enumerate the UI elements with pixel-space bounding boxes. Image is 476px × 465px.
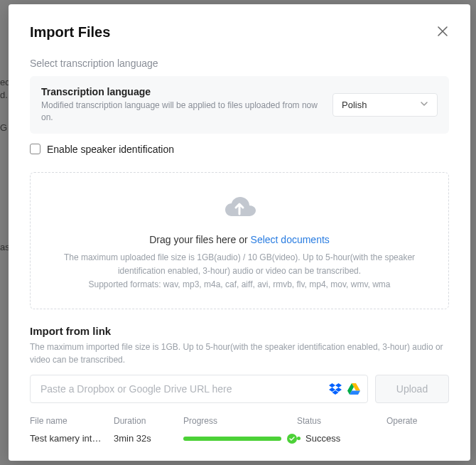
import-from-link-desc: The maximum imported file size is 1GB. U… (30, 341, 449, 366)
language-select-value: Polish (342, 100, 367, 110)
file-dropzone[interactable]: Drag your files here or Select documents… (30, 172, 449, 310)
modal-title: Import Files (30, 24, 110, 41)
dropzone-sub-1: The maximum uploaded file size is 1GB(au… (45, 251, 434, 278)
upload-button[interactable]: Upload (375, 375, 449, 403)
url-input-row: Upload (30, 375, 449, 403)
dropzone-sub-2: Supported formats: wav, mp3, m4a, caf, a… (45, 278, 434, 292)
checkbox-label: Enable speaker identification (47, 144, 174, 155)
table-row: Test kamery int… 3min 32s Success (30, 433, 449, 444)
url-input-container (30, 375, 368, 403)
select-documents-link[interactable]: Select documents (251, 234, 330, 245)
url-input[interactable] (40, 383, 329, 395)
language-card-text: Transcription language Modified transcri… (41, 86, 321, 124)
dropzone-prefix: Drag your files here or (149, 234, 250, 245)
import-from-link-title: Import from link (30, 325, 449, 337)
cell-filename: Test kamery int… (30, 433, 114, 444)
upload-button-label: Upload (396, 383, 428, 395)
files-table: File name Duration Progress Status Opera… (30, 416, 449, 444)
transcription-language-card: Transcription language Modified transcri… (30, 76, 449, 134)
cell-progress (183, 434, 297, 444)
th-duration: Duration (114, 416, 183, 426)
cell-duration: 3min 32s (114, 433, 183, 444)
status-text: Success (305, 433, 340, 444)
cell-status: Success (297, 433, 386, 444)
speaker-identification-checkbox[interactable]: Enable speaker identification (30, 144, 449, 155)
chevron-down-icon (420, 100, 428, 110)
th-filename: File name (30, 416, 114, 426)
th-status: Status (297, 416, 386, 426)
status-dot-icon (297, 437, 301, 440)
checkbox-box (30, 144, 40, 154)
language-card-title: Transcription language (41, 86, 321, 97)
th-progress: Progress (183, 416, 297, 426)
modal-header: Import Files (30, 24, 449, 41)
progress-bar (183, 437, 281, 441)
dropbox-icon (329, 383, 342, 395)
section-label: Select transcription language (30, 58, 449, 69)
import-files-modal: Import Files Select transcription langua… (9, 4, 470, 461)
cloud-upload-icon (222, 194, 256, 221)
table-header: File name Duration Progress Status Opera… (30, 416, 449, 433)
th-operate: Operate (386, 416, 449, 426)
language-card-desc: Modified transcription language will be … (41, 100, 321, 124)
dropzone-main-text: Drag your files here or Select documents (45, 234, 434, 245)
check-circle-icon (287, 434, 297, 444)
google-drive-icon (347, 383, 360, 395)
language-select[interactable]: Polish (332, 93, 438, 117)
url-provider-icons (329, 383, 360, 395)
close-icon (438, 26, 448, 36)
close-button[interactable] (436, 24, 449, 40)
